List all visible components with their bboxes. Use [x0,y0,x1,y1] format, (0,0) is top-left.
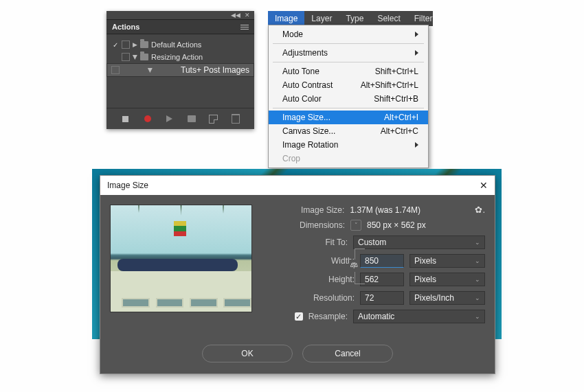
menu-crop: Crop [269,152,428,165]
menu-image-size[interactable]: Image Size...Alt+Ctrl+I [269,111,428,124]
dimensions-label: Dimensions: [291,220,345,230]
menu-type[interactable]: Type [339,11,370,26]
submenu-arrow-icon [415,50,418,56]
folder-icon [140,41,148,48]
menu-adjustments[interactable]: Adjustments [269,46,428,60]
dialog-footer: OK Cancel [100,338,495,373]
height-label: Height: [301,275,355,284]
trash-button[interactable] [231,114,240,124]
disclosure-icon[interactable]: ▶ [132,55,139,60]
resolution-unit-select[interactable]: Pixels/Inch⌄ [409,291,485,305]
menu-icon[interactable] [240,25,249,30]
collapse-icon[interactable]: ◀◀ [231,12,240,19]
menu-layer[interactable]: Layer [304,11,339,26]
close-icon[interactable]: ✕ [480,180,488,191]
chevron-down-icon: ⌄ [475,313,480,320]
menu-image[interactable]: Image [268,11,304,26]
menu-mode[interactable]: Mode [269,27,428,41]
image-size-label: Image Size: [291,205,344,215]
new-set-button[interactable] [187,114,196,124]
submenu-arrow-icon [415,142,418,148]
tree-label: Tuts+ Post Images [181,65,249,75]
play-button[interactable] [165,114,175,124]
toggle-box[interactable] [111,66,120,74]
fields: Image Size: 1.37M (was 1.74M) ✿. Dimensi… [260,205,485,328]
actions-tree: ✓ ▶ Default Actions ▶ Resizing Action ▶ … [106,34,254,108]
actions-footer [106,108,254,129]
menu-auto-tone[interactable]: Auto ToneShift+Ctrl+L [269,65,428,78]
check-icon[interactable] [112,54,119,60]
image-size-dialog: Image Size ✕ Image Size: 1.37M (was 1.74… [100,175,495,374]
chevron-down-icon: ⌄ [475,276,480,283]
resolution-label: Resolution: [301,293,355,303]
dialog-titlebar: Image Size ✕ [100,176,495,195]
chevron-down-icon: ⌄ [475,239,480,246]
record-button[interactable] [143,114,153,124]
folder-icon [140,54,148,60]
close-icon[interactable]: ✕ [245,12,250,19]
menu-auto-contrast[interactable]: Auto ContrastAlt+Shift+Ctrl+L [269,78,428,92]
actions-header: Actions [106,19,254,34]
menubar: Image Layer Type Select Filter [268,11,433,26]
resample-label: Resample: [308,312,348,321]
dimensions-unit-toggle[interactable]: ˅ [350,220,361,231]
link-icon[interactable]: 𐄷 [349,260,359,272]
gear-icon[interactable]: ✿. [475,205,485,215]
tree-row-default[interactable]: ✓ ▶ Default Actions [106,38,254,51]
dimensions-value: 850 px × 562 px [367,220,485,230]
menu-separator [273,108,424,108]
fit-to-select[interactable]: Custom⌄ [353,235,485,249]
menu-select[interactable]: Select [370,11,407,26]
tree-label: Resizing Action [151,53,203,61]
menu-separator [273,62,424,62]
width-input[interactable] [360,254,404,268]
actions-panel: ◀◀ ✕ Actions ✓ ▶ Default Actions ▶ Resiz… [106,11,254,129]
width-label: Width: [301,256,355,266]
cancel-button[interactable]: Cancel [302,345,393,362]
image-preview [110,205,252,312]
toggle-box[interactable] [122,53,130,61]
resample-select[interactable]: Automatic⌄ [353,310,485,323]
ok-button[interactable]: OK [202,345,293,362]
resample-checkbox[interactable]: ✓ [295,312,303,321]
menu-auto-color[interactable]: Auto ColorShift+Ctrl+B [269,92,428,106]
resolution-input[interactable] [360,291,404,305]
submenu-arrow-icon [415,32,418,37]
tree-row-resizing[interactable]: ▶ Resizing Action [106,51,254,63]
menu-filter[interactable]: Filter [407,11,440,26]
disclosure-icon[interactable]: ▶ [147,68,154,73]
new-action-button[interactable] [209,114,218,124]
chevron-down-icon: ⌄ [475,295,480,301]
height-unit-select[interactable]: Pixels⌄ [409,273,485,286]
tree-label: Default Actions [151,41,201,49]
menu-separator [273,43,424,44]
chevron-down-icon: ⌄ [475,257,480,264]
toggle-box[interactable] [122,41,130,49]
stop-button[interactable] [121,114,131,124]
dialog-title: Image Size [107,181,148,190]
panel-top-bar: ◀◀ ✕ [106,11,254,19]
actions-title: Actions [112,23,139,31]
check-icon[interactable]: ✓ [112,41,119,48]
image-size-value: 1.37M (was 1.74M) [350,205,469,215]
tree-row-tuts[interactable]: ▶ Tuts+ Post Images [106,63,254,77]
menu-canvas-size[interactable]: Canvas Size...Alt+Ctrl+C [269,124,428,138]
dialog-body: Image Size: 1.37M (was 1.74M) ✿. Dimensi… [100,195,495,338]
width-unit-select[interactable]: Pixels⌄ [409,254,485,268]
fit-to-label: Fit To: [294,238,348,247]
menu-image-rotation[interactable]: Image Rotation [269,138,428,152]
image-menu-dropdown: Mode Adjustments Auto ToneShift+Ctrl+L A… [268,25,429,168]
disclosure-icon[interactable]: ▶ [133,41,137,48]
height-input[interactable] [360,273,404,286]
